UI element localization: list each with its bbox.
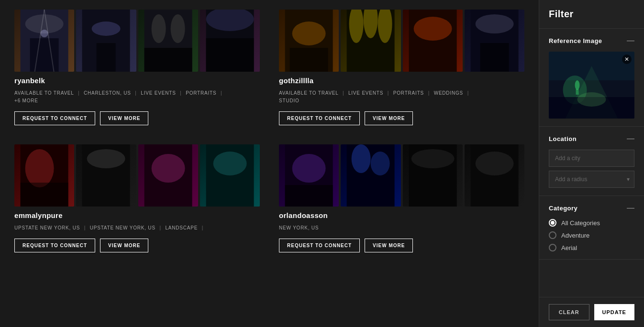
svg-point-38: [292, 154, 326, 183]
category-radio-list: All Categories Adventure Aerial: [549, 219, 634, 251]
photographers-grid: ryanbelk AVAILABLE TO TRAVEL | CHARLESTO…: [14, 10, 524, 252]
radio-inner: [551, 221, 555, 225]
svg-rect-10: [144, 48, 192, 72]
photo-thumb: [403, 144, 463, 207]
radio-label-aerial: Aerial: [561, 244, 577, 251]
filter-panel: Filter Reference Image —: [539, 0, 644, 327]
card-actions: REQUEST TO CONNECT VIEW MORE: [14, 111, 260, 125]
radio-label-adventure: Adventure: [561, 232, 589, 239]
svg-point-17: [292, 22, 326, 45]
request-connect-button-emmalynpure[interactable]: REQUEST TO CONNECT: [14, 239, 95, 252]
photo-thumb: [138, 144, 198, 207]
request-connect-button-ryanbelk[interactable]: REQUEST TO CONNECT: [14, 111, 95, 125]
photographer-card-emmalynpure: emmalynpure UPSTATE NEW YORK, US | UPSTA…: [14, 144, 260, 252]
photo-thumb: [200, 10, 260, 72]
radio-button-all-categories[interactable]: [549, 219, 556, 227]
svg-rect-30: [21, 183, 68, 207]
svg-rect-2: [30, 38, 59, 72]
view-more-button-ryanbelk[interactable]: VIEW MORE: [100, 111, 148, 125]
filter-section-reference-image: Reference Image —: [539, 29, 644, 127]
radio-label-all-categories: All Categories: [561, 219, 600, 227]
filter-title: Filter: [539, 0, 644, 29]
photo-thumb: [279, 10, 339, 72]
photo-thumb: [403, 10, 463, 72]
filter-section-category: Category — All Categories Adventure Aeri…: [539, 196, 644, 260]
svg-point-36: [213, 152, 246, 175]
clear-button[interactable]: CLEAR: [549, 304, 589, 320]
photographer-tags: AVAILABLE TO TRAVEL | CHARLESTON, US | L…: [14, 89, 260, 105]
radio-item-aerial[interactable]: Aerial: [549, 244, 634, 251]
svg-point-32: [87, 149, 125, 168]
view-more-button-gothzilllla[interactable]: VIEW MORE: [365, 111, 413, 125]
city-input[interactable]: [549, 150, 634, 167]
photographer-card-orlandoasson: orlandoasson NEW YORK, US REQUEST TO CON…: [279, 144, 524, 252]
photo-thumb: [14, 144, 74, 207]
card-actions: REQUEST TO CONNECT VIEW MORE: [14, 239, 260, 252]
location-title: Location: [549, 135, 577, 142]
photographer-card-ryanbelk: ryanbelk AVAILABLE TO TRAVEL | CHARLESTO…: [14, 10, 260, 125]
radius-select-wrapper: Add a radius 10 miles 25 miles 50 miles …: [549, 171, 634, 188]
request-connect-button-orlandoasson[interactable]: REQUEST TO CONNECT: [279, 239, 360, 252]
filter-section-header-category: Category —: [549, 204, 634, 212]
svg-point-24: [413, 17, 452, 41]
radio-button-aerial[interactable]: [549, 244, 556, 251]
svg-point-29: [25, 149, 54, 187]
main-content: ryanbelk AVAILABLE TO TRAVEL | CHARLESTO…: [0, 0, 539, 327]
photographer-tags: AVAILABLE TO TRAVEL | LIVE EVENTS | PORT…: [279, 89, 524, 105]
photo-thumb: [341, 10, 400, 72]
request-connect-button-gothzilllla[interactable]: REQUEST TO CONNECT: [279, 111, 360, 125]
reference-image-title: Reference Image: [549, 37, 602, 44]
svg-rect-8: [97, 43, 116, 72]
filter-section-header-location: Location —: [549, 134, 634, 143]
photographer-name: orlandoasson: [279, 211, 524, 219]
photo-thumb: [200, 144, 260, 207]
reference-image-container: ✕: [549, 52, 634, 119]
photo-grid-gothzilllla: [279, 10, 524, 72]
photo-thumb: [76, 144, 136, 207]
photo-grid-emmalynpure: [14, 144, 260, 207]
filter-section-location: Location — Add a radius 10 miles 25 mile…: [539, 127, 644, 196]
collapse-category-icon[interactable]: —: [627, 204, 634, 212]
view-more-button-emmalynpure[interactable]: VIEW MORE: [100, 239, 148, 252]
svg-rect-27: [480, 43, 509, 72]
svg-point-12: [170, 14, 185, 43]
svg-rect-14: [206, 38, 254, 72]
svg-point-34: [151, 154, 185, 183]
photo-thumb: [279, 144, 339, 207]
photographer-tags: UPSTATE NEW YORK, US | UPSTATE NEW YORK,…: [14, 224, 260, 232]
svg-point-53: [575, 80, 580, 90]
photo-thumb: [14, 10, 74, 72]
svg-rect-54: [576, 89, 579, 95]
filter-footer: CLEAR UPDATE: [539, 297, 644, 327]
photo-thumb: [465, 10, 524, 72]
card-actions: REQUEST TO CONNECT VIEW MORE: [279, 111, 524, 125]
photo-thumb: [76, 10, 136, 72]
svg-point-3: [41, 30, 48, 37]
photo-thumb: [465, 144, 524, 207]
svg-point-26: [475, 14, 513, 33]
close-reference-image-button[interactable]: ✕: [622, 54, 632, 64]
radio-item-adventure[interactable]: Adventure: [549, 231, 634, 239]
svg-point-46: [475, 152, 513, 175]
svg-point-44: [411, 149, 454, 168]
svg-rect-39: [285, 185, 333, 207]
update-button[interactable]: UPDATE: [594, 304, 635, 320]
photo-grid-orlandoasson: [279, 144, 524, 207]
svg-point-7: [92, 22, 121, 36]
svg-point-42: [371, 152, 390, 175]
svg-point-41: [352, 144, 371, 173]
svg-rect-18: [290, 48, 328, 72]
filter-section-header-reference: Reference Image —: [549, 36, 634, 45]
svg-point-52: [577, 92, 606, 107]
photo-thumb: [341, 144, 400, 207]
radio-button-adventure[interactable]: [549, 231, 556, 239]
view-more-button-orlandoasson[interactable]: VIEW MORE: [365, 239, 413, 252]
collapse-reference-icon[interactable]: —: [627, 36, 634, 45]
card-actions: REQUEST TO CONNECT VIEW MORE: [279, 239, 524, 252]
radius-select[interactable]: Add a radius 10 miles 25 miles 50 miles …: [549, 171, 634, 188]
collapse-location-icon[interactable]: —: [627, 134, 634, 143]
photo-grid-ryanbelk: [14, 10, 260, 72]
reference-image-preview: ✕: [549, 52, 634, 119]
photographer-card-gothzilllla: gothzilllla AVAILABLE TO TRAVEL | LIVE E…: [279, 10, 524, 125]
radio-item-all-categories[interactable]: All Categories: [549, 219, 634, 227]
